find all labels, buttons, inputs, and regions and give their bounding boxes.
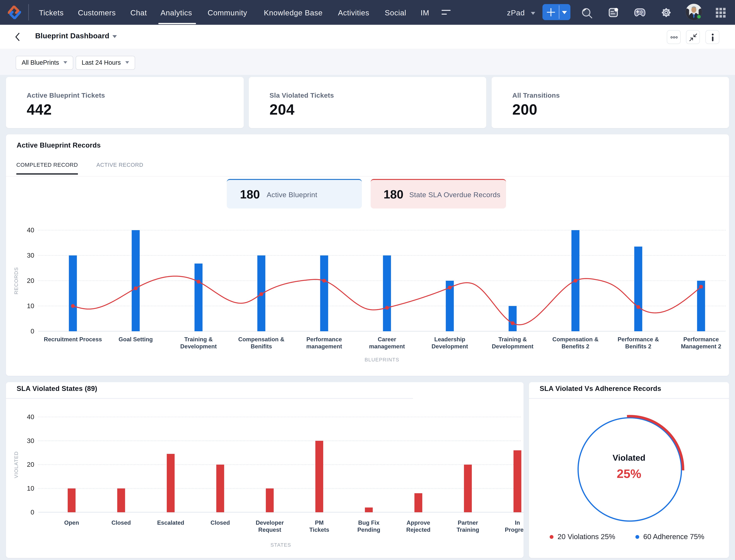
- svg-text:Bug FixPending: Bug FixPending: [357, 519, 380, 533]
- svg-text:PartnerTraining: PartnerTraining: [457, 519, 479, 533]
- svg-text:LeadershipDevelopment: LeadershipDevelopment: [432, 336, 468, 350]
- svg-text:Compensation &Benefits 2: Compensation &Benefits 2: [552, 336, 599, 350]
- svg-text:40: 40: [27, 413, 34, 421]
- svg-text:PerformanceManagement 2: PerformanceManagement 2: [681, 336, 721, 350]
- svg-text:DeveloperRequest: DeveloperRequest: [256, 519, 284, 533]
- svg-text:10: 10: [27, 302, 34, 310]
- svg-text:10: 10: [27, 485, 34, 492]
- svg-text:Compensation &Benifits: Compensation &Benifits: [238, 336, 284, 350]
- svg-text:PMTickets: PMTickets: [309, 519, 329, 533]
- svg-text:Closed: Closed: [111, 519, 131, 526]
- svg-text:Training &Developmment: Training &Developmment: [492, 336, 533, 350]
- svg-text:RECORDS: RECORDS: [13, 267, 19, 294]
- svg-text:ApproveRejected: ApproveRejected: [406, 519, 431, 533]
- svg-text:0: 0: [31, 509, 34, 516]
- svg-text:InProgress: InProgress: [505, 519, 524, 533]
- svg-text:20: 20: [27, 461, 34, 468]
- svg-text:30: 30: [27, 252, 34, 259]
- svg-text:Escalated: Escalated: [157, 519, 184, 526]
- svg-text:20: 20: [27, 277, 34, 284]
- svg-text:STATES: STATES: [270, 542, 291, 548]
- svg-text:BLUEPRINTS: BLUEPRINTS: [365, 357, 400, 363]
- svg-text:40: 40: [27, 226, 34, 234]
- svg-text:0: 0: [31, 327, 34, 335]
- svg-text:VIOLATED: VIOLATED: [13, 451, 19, 478]
- svg-text:Open: Open: [64, 519, 79, 526]
- svg-text:Training &Development: Training &Development: [180, 336, 217, 350]
- svg-text:Recruitment Process: Recruitment Process: [44, 336, 102, 343]
- svg-text:30: 30: [27, 437, 34, 444]
- svg-text:Goal Setting: Goal Setting: [119, 336, 153, 343]
- svg-text:Performancemanagement: Performancemanagement: [306, 336, 342, 350]
- svg-text:Performance &Benifits 2: Performance &Benifits 2: [618, 336, 659, 350]
- svg-text:Careermanagement: Careermanagement: [369, 336, 405, 350]
- svg-text:Closed: Closed: [211, 519, 230, 526]
